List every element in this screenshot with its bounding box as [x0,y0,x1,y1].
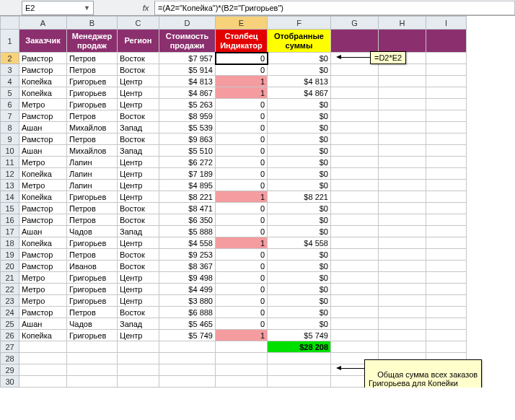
cell-C15[interactable]: Восток [118,203,159,214]
cell-I24[interactable] [426,307,467,318]
cell-F23[interactable]: $0 [268,295,331,307]
cell-A17[interactable]: Ашан [19,226,67,237]
cell-A27[interactable] [19,341,67,353]
row-header-20[interactable]: 20 [1,261,19,272]
cell-E19[interactable]: 0 [216,249,268,261]
cell-D26[interactable]: $5 749 [159,330,216,341]
cell-A2[interactable]: Рамстор [19,53,67,64]
cell-F30[interactable] [268,376,331,388]
cell-E25[interactable]: 0 [216,318,268,330]
cell-E22[interactable]: 0 [216,284,268,295]
cell-D16[interactable]: $6 350 [159,214,216,226]
header-cell-I[interactable] [426,30,467,53]
cell-B14[interactable]: Григорьев [67,191,118,203]
row-header-2[interactable]: 2 [1,53,19,64]
cell-A14[interactable]: Копейка [19,191,67,203]
cell-B18[interactable]: Григорьев [67,237,118,249]
cell-I5[interactable] [426,87,467,99]
cell-A11[interactable]: Метро [19,157,67,168]
cell-C9[interactable]: Восток [118,134,159,145]
cell-C10[interactable]: Запад [118,145,159,157]
cell-D2[interactable]: $7 957 [159,53,216,64]
cell-C14[interactable]: Центр [118,191,159,203]
col-header-A[interactable]: A [19,17,67,30]
cell-B5[interactable]: Григорьев [67,87,118,99]
cell-F4[interactable]: $4 813 [268,76,331,87]
cell-E5[interactable]: 1 [216,87,268,99]
cell-F26[interactable]: $5 749 [268,330,331,341]
cell-F6[interactable]: $0 [268,99,331,110]
cell-A25[interactable]: Ашан [19,318,67,330]
cell-I16[interactable] [426,214,467,226]
cell-C18[interactable]: Центр [118,237,159,249]
cell-I2[interactable] [426,53,467,64]
cell-H13[interactable] [379,180,426,191]
cell-F27[interactable]: $28 208 [268,341,331,353]
cell-D25[interactable]: $5 465 [159,318,216,330]
cell-I4[interactable] [426,76,467,87]
cell-G25[interactable] [331,318,379,330]
row-header-18[interactable]: 18 [1,237,19,249]
cell-A26[interactable]: Копейка [19,330,67,341]
cell-C21[interactable]: Центр [118,272,159,284]
cell-C20[interactable]: Восток [118,261,159,272]
cell-E9[interactable]: 0 [216,134,268,145]
cell-G10[interactable] [331,145,379,157]
cell-I22[interactable] [426,284,467,295]
cell-C13[interactable]: Центр [118,180,159,191]
cell-F16[interactable]: $0 [268,214,331,226]
row-header-26[interactable]: 26 [1,330,19,341]
row-header-16[interactable]: 16 [1,214,19,226]
cell-G4[interactable] [331,76,379,87]
cell-A10[interactable]: Ашан [19,145,67,157]
cell-G24[interactable] [331,307,379,318]
cell-F15[interactable]: $0 [268,203,331,214]
row-header-6[interactable]: 6 [1,99,19,110]
cell-B15[interactable]: Петров [67,203,118,214]
cell-G8[interactable] [331,122,379,134]
cell-C7[interactable]: Восток [118,110,159,122]
cell-D28[interactable] [159,353,216,364]
cell-G19[interactable] [331,249,379,261]
cell-D21[interactable]: $9 498 [159,272,216,284]
col-header-B[interactable]: B [67,17,118,30]
cell-A20[interactable]: Рамстор [19,261,67,272]
cell-C16[interactable]: Восток [118,214,159,226]
spreadsheet-grid[interactable]: ABCDEFGHI1ЗаказчикМенеджер продажРегионС… [0,16,515,388]
cell-C26[interactable]: Центр [118,330,159,341]
cell-A4[interactable]: Копейка [19,76,67,87]
cell-D22[interactable]: $4 499 [159,284,216,295]
cell-A19[interactable]: Рамстор [19,249,67,261]
cell-F22[interactable]: $0 [268,284,331,295]
cell-E17[interactable]: 0 [216,226,268,237]
cell-F20[interactable]: $0 [268,261,331,272]
row-header-22[interactable]: 22 [1,284,19,295]
cell-A9[interactable]: Рамстор [19,134,67,145]
cell-D10[interactable]: $5 510 [159,145,216,157]
cell-E14[interactable]: 1 [216,191,268,203]
cell-C4[interactable]: Центр [118,76,159,87]
cell-I13[interactable] [426,180,467,191]
row-header-12[interactable]: 12 [1,168,19,180]
col-header-H[interactable]: H [379,17,426,30]
row-header-13[interactable]: 13 [1,180,19,191]
cell-H21[interactable] [379,272,426,284]
cell-I19[interactable] [426,249,467,261]
cell-I27[interactable] [426,341,467,353]
cell-G14[interactable] [331,191,379,203]
cell-B9[interactable]: Петров [67,134,118,145]
row-header-24[interactable]: 24 [1,307,19,318]
cell-E15[interactable]: 0 [216,203,268,214]
cell-B11[interactable]: Лапин [67,157,118,168]
cell-E29[interactable] [216,364,268,376]
cell-B23[interactable]: Григорьев [67,295,118,307]
cell-I9[interactable] [426,134,467,145]
cell-F2[interactable]: $0 [268,53,331,64]
cell-H9[interactable] [379,134,426,145]
formula-input[interactable]: =(A2="Копейка")*(B2="Григорьев") [154,1,515,15]
cell-C23[interactable]: Центр [118,295,159,307]
cell-G15[interactable] [331,203,379,214]
cell-D11[interactable]: $6 272 [159,157,216,168]
cell-E20[interactable]: 0 [216,261,268,272]
cell-E18[interactable]: 1 [216,237,268,249]
